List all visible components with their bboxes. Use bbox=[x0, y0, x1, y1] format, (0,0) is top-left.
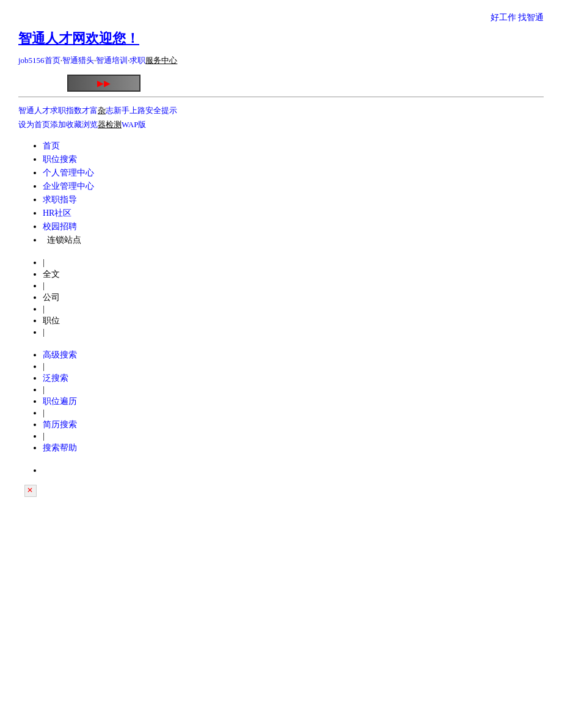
empty-bullet-list bbox=[18, 466, 544, 476]
top-slogan-link[interactable]: 好工作 找智通 bbox=[491, 13, 544, 22]
banner-area bbox=[18, 75, 544, 97]
nav-link-enterprise[interactable]: 企业管理中心 bbox=[43, 182, 94, 191]
option-advanced: 高级搜索 bbox=[43, 350, 544, 361]
nav-job5156[interactable]: job5156首页 bbox=[18, 56, 60, 65]
nav-item-chain: 连锁站点 bbox=[43, 235, 544, 246]
option-resume: 简历搜索 bbox=[43, 419, 544, 430]
filter-company: 公司 bbox=[43, 292, 544, 303]
filter-sep2: | bbox=[43, 281, 544, 291]
filter-sep3: | bbox=[43, 304, 544, 314]
top-slogan: 好工作 找智通 bbox=[18, 12, 544, 23]
link-magazine[interactable]: 才富杂志 bbox=[82, 106, 114, 115]
broken-image bbox=[24, 485, 37, 497]
nav-item-home: 首页 bbox=[43, 141, 544, 152]
link-add-bookmark[interactable]: 添加收藏 bbox=[50, 120, 82, 129]
link-search-help[interactable]: 搜索帮助 bbox=[43, 443, 77, 452]
nav-item-enterprise: 企业管理中心 bbox=[43, 181, 544, 192]
nav-link-job-search[interactable]: 职位搜索 bbox=[43, 155, 77, 164]
nav-item-job-search: 职位搜索 bbox=[43, 154, 544, 165]
option-fuzzy: 泛搜索 bbox=[43, 373, 544, 384]
link-newbie[interactable]: 新手上路 bbox=[114, 106, 145, 115]
option-sep1: | bbox=[43, 362, 544, 372]
link-advanced-search[interactable]: 高级搜索 bbox=[43, 350, 77, 359]
link-safety[interactable]: 安全提示 bbox=[145, 106, 177, 115]
quick-links: 智通人才求职指数才富杂志新手上路安全提示 设为首页添加收藏浏览器检测WAP版 bbox=[18, 103, 544, 132]
nav-link-personal[interactable]: 个人管理中心 bbox=[43, 168, 94, 177]
nav-link-home[interactable]: 首页 bbox=[43, 141, 60, 150]
main-nav-list: 首页 职位搜索 个人管理中心 企业管理中心 求职指导 HR社区 校园招聘 连锁站… bbox=[18, 141, 544, 246]
filter-all: 全文 bbox=[43, 269, 544, 280]
nav-item-job-guide: 求职指导 bbox=[43, 194, 544, 205]
link-wap[interactable]: WAP版 bbox=[122, 120, 146, 129]
nav-link-job-guide[interactable]: 求职指导 bbox=[43, 195, 77, 204]
option-browse: 职位遍历 bbox=[43, 396, 544, 407]
nav-link-hr[interactable]: HR社区 bbox=[43, 208, 71, 218]
nav-service-center[interactable]: 求职服务中心 bbox=[130, 56, 177, 65]
option-sep4: | bbox=[43, 432, 544, 441]
nav-link-campus[interactable]: 校园招聘 bbox=[43, 222, 77, 231]
link-position-browse[interactable]: 职位遍历 bbox=[43, 397, 77, 406]
link-resume-search[interactable]: 简历搜索 bbox=[43, 420, 77, 429]
nav-item-personal: 个人管理中心 bbox=[43, 167, 544, 178]
nav-item-hr: HR社区 bbox=[43, 208, 544, 219]
nav-chain-text: 连锁站点 bbox=[43, 235, 81, 245]
link-set-homepage[interactable]: 设为首页 bbox=[18, 120, 50, 129]
nav-training[interactable]: 智通培训 bbox=[96, 56, 128, 65]
link-job-index[interactable]: 智通人才求职指数 bbox=[18, 106, 82, 115]
filter-sep4: | bbox=[43, 328, 544, 337]
filter-position: 职位 bbox=[43, 315, 544, 326]
nav-headhunting[interactable]: 智通猎头 bbox=[62, 56, 94, 65]
filter-sep1: | bbox=[43, 258, 544, 268]
banner-image bbox=[67, 75, 140, 92]
option-help: 搜索帮助 bbox=[43, 443, 544, 454]
option-sep3: | bbox=[43, 408, 544, 418]
top-nav: job5156首页·智通猎头·智通培训·求职服务中心 bbox=[18, 55, 544, 66]
nav-item-campus: 校园招聘 bbox=[43, 221, 544, 232]
search-filter-list: | 全文 | 公司 | 职位 | bbox=[18, 258, 544, 337]
site-title: 智通人才网欢迎您！ bbox=[18, 29, 544, 48]
option-sep2: | bbox=[43, 385, 544, 395]
link-fuzzy-search[interactable]: 泛搜索 bbox=[43, 373, 68, 383]
quick-links-line2: 设为首页添加收藏浏览器检测WAP版 bbox=[18, 117, 544, 131]
search-options-list: 高级搜索 | 泛搜索 | 职位遍历 | 简历搜索 | 搜索帮助 bbox=[18, 350, 544, 454]
link-browser-check[interactable]: 浏览器检测 bbox=[82, 120, 122, 129]
quick-links-line1: 智通人才求职指数才富杂志新手上路安全提示 bbox=[18, 103, 544, 117]
empty-bullet-item bbox=[43, 466, 544, 476]
